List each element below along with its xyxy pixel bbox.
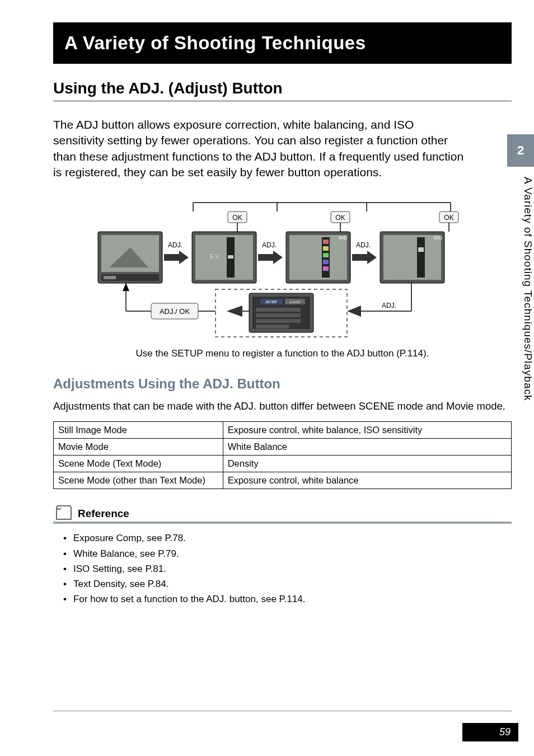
ok-label: OK bbox=[444, 214, 453, 222]
adj-ok-label: ADJ./ OK bbox=[159, 307, 190, 316]
table-row: Movie Mode White Balance bbox=[54, 439, 512, 456]
svg-marker-57 bbox=[227, 306, 242, 317]
settings-cell: Density bbox=[223, 456, 511, 472]
adj-label: ADJ. bbox=[261, 241, 276, 249]
section-title: Using the ADJ. (Adjust) Button bbox=[53, 79, 512, 97]
list-item: Exposure Comp, see P.78. bbox=[63, 530, 512, 546]
svg-rect-27 bbox=[323, 246, 329, 251]
note-icon bbox=[53, 503, 76, 522]
svg-marker-56 bbox=[347, 306, 361, 317]
svg-rect-36 bbox=[418, 247, 424, 252]
svg-text:E.V.: E.V. bbox=[210, 253, 220, 260]
list-item: White Balance, see P.79. bbox=[63, 546, 512, 561]
svg-rect-30 bbox=[323, 266, 329, 271]
adj-flow-diagram: OK OK OK ADJ. bbox=[81, 191, 484, 342]
svg-rect-35 bbox=[417, 237, 425, 278]
svg-rect-52 bbox=[256, 319, 301, 323]
ok-label: OK bbox=[232, 214, 242, 222]
table-row: Scene Mode (other than Text Mode) Exposu… bbox=[54, 472, 512, 489]
table-row: Scene Mode (Text Mode) Density bbox=[54, 456, 512, 472]
svg-rect-34 bbox=[383, 235, 441, 280]
table-row: Still Image Mode Exposure control, white… bbox=[54, 422, 512, 439]
svg-marker-22 bbox=[258, 251, 283, 264]
list-item: For how to set a function to the ADJ. bu… bbox=[63, 591, 512, 607]
chapter-side-label: A Variety of Shooting Techniques/Playbac… bbox=[507, 167, 534, 464]
settings-cell: White Balance bbox=[223, 439, 511, 456]
ok-label: OK bbox=[335, 214, 345, 222]
adj-label: ADJ. bbox=[381, 302, 396, 309]
section-rule bbox=[53, 101, 512, 101]
svg-text:ISO: ISO bbox=[434, 235, 443, 241]
chapter-number-badge: 2 bbox=[507, 134, 534, 167]
list-item: ISO Setting, see P.81. bbox=[63, 561, 512, 576]
sub-heading: Adjustments Using the ADJ. Button bbox=[53, 376, 512, 392]
page-number: 59 bbox=[462, 723, 518, 741]
mode-cell: Scene Mode (other than Text Mode) bbox=[54, 472, 223, 489]
svg-rect-24 bbox=[289, 235, 347, 280]
footer-rule bbox=[53, 711, 512, 711]
mode-cell: Still Image Mode bbox=[54, 422, 223, 439]
svg-rect-18 bbox=[195, 235, 253, 280]
reference-label: Reference bbox=[78, 508, 129, 522]
adj-label: ADJ. bbox=[355, 241, 370, 249]
settings-cell: Exposure control, white balance bbox=[223, 472, 511, 489]
modes-table: Still Image Mode Exposure control, white… bbox=[53, 421, 512, 489]
svg-marker-39 bbox=[123, 283, 129, 291]
mode-cell: Scene Mode (Text Mode) bbox=[54, 456, 223, 472]
svg-rect-26 bbox=[323, 240, 329, 244]
reference-list: Exposure Comp, see P.78. White Balance, … bbox=[53, 530, 512, 607]
intro-paragraph: The ADJ button allows exposure correctio… bbox=[53, 117, 467, 180]
chapter-banner: A Variety of Shooting Techniques bbox=[53, 22, 512, 64]
svg-rect-53 bbox=[256, 325, 289, 328]
list-item: Text Density, see P.84. bbox=[63, 576, 512, 591]
svg-text:SHARP: SHARP bbox=[289, 300, 301, 304]
svg-rect-51 bbox=[256, 313, 301, 317]
settings-cell: Exposure control, white balance, ISO sen… bbox=[223, 422, 511, 439]
sub-paragraph: Adjustments that can be made with the AD… bbox=[53, 400, 512, 414]
svg-rect-28 bbox=[323, 253, 329, 257]
mode-cell: Movie Mode bbox=[54, 439, 223, 456]
svg-rect-50 bbox=[256, 308, 301, 312]
svg-marker-32 bbox=[352, 251, 377, 264]
adj-label: ADJ. bbox=[167, 241, 182, 249]
svg-rect-20 bbox=[228, 255, 233, 259]
diagram-caption: Use the SETUP menu to register a functio… bbox=[53, 348, 512, 359]
svg-rect-15 bbox=[104, 276, 116, 279]
svg-marker-16 bbox=[164, 251, 189, 264]
svg-text:AF/MF: AF/MF bbox=[265, 300, 277, 304]
side-tab: 2 A Variety of Shooting Techniques/Playb… bbox=[507, 134, 534, 464]
reference-block: Reference Exposure Comp, see P.78. White… bbox=[53, 505, 512, 607]
svg-text:WB: WB bbox=[339, 235, 347, 241]
svg-rect-29 bbox=[323, 260, 329, 264]
